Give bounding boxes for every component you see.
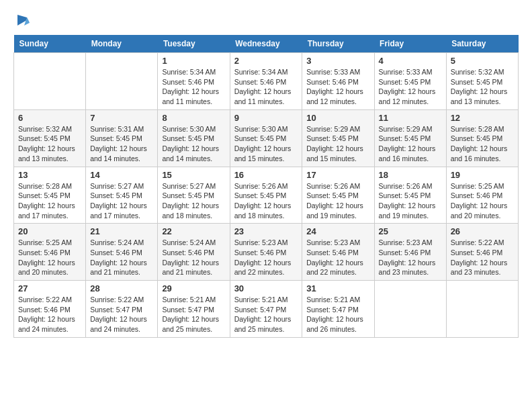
day-number: 20 bbox=[18, 226, 81, 236]
day-number: 27 bbox=[18, 283, 81, 293]
calendar-cell: 30Sunrise: 5:21 AM Sunset: 5:47 PM Dayli… bbox=[230, 281, 302, 338]
calendar-cell: 16Sunrise: 5:26 AM Sunset: 5:45 PM Dayli… bbox=[230, 167, 302, 224]
calendar-week-1: 1Sunrise: 5:34 AM Sunset: 5:46 PM Daylig… bbox=[14, 53, 519, 110]
calendar-cell: 19Sunrise: 5:25 AM Sunset: 5:46 PM Dayli… bbox=[446, 167, 518, 224]
calendar-cell bbox=[374, 281, 446, 338]
weekday-tuesday: Tuesday bbox=[158, 35, 230, 53]
day-info: Sunrise: 5:25 AM Sunset: 5:46 PM Dayligh… bbox=[18, 238, 81, 277]
day-number: 1 bbox=[162, 56, 225, 66]
day-info: Sunrise: 5:25 AM Sunset: 5:46 PM Dayligh… bbox=[451, 181, 514, 221]
day-info: Sunrise: 5:29 AM Sunset: 5:45 PM Dayligh… bbox=[379, 124, 442, 164]
day-number: 24 bbox=[306, 226, 369, 236]
weekday-header-row: SundayMondayTuesdayWednesdayThursdayFrid… bbox=[14, 35, 519, 53]
logo bbox=[13, 13, 30, 28]
day-info: Sunrise: 5:30 AM Sunset: 5:45 PM Dayligh… bbox=[162, 124, 225, 164]
calendar-cell: 22Sunrise: 5:24 AM Sunset: 5:46 PM Dayli… bbox=[158, 224, 230, 281]
day-number: 10 bbox=[306, 113, 369, 123]
day-info: Sunrise: 5:26 AM Sunset: 5:45 PM Dayligh… bbox=[379, 181, 442, 221]
day-number: 5 bbox=[451, 56, 514, 66]
calendar-cell: 25Sunrise: 5:23 AM Sunset: 5:46 PM Dayli… bbox=[374, 224, 446, 281]
calendar-cell: 5Sunrise: 5:32 AM Sunset: 5:45 PM Daylig… bbox=[446, 53, 518, 110]
calendar-week-5: 27Sunrise: 5:22 AM Sunset: 5:46 PM Dayli… bbox=[14, 281, 519, 338]
day-number: 17 bbox=[306, 170, 369, 180]
day-info: Sunrise: 5:27 AM Sunset: 5:45 PM Dayligh… bbox=[90, 181, 153, 221]
day-info: Sunrise: 5:32 AM Sunset: 5:45 PM Dayligh… bbox=[451, 67, 514, 107]
calendar-cell: 31Sunrise: 5:21 AM Sunset: 5:47 PM Dayli… bbox=[302, 281, 374, 338]
calendar-cell bbox=[14, 53, 86, 110]
calendar-cell: 12Sunrise: 5:28 AM Sunset: 5:45 PM Dayli… bbox=[446, 109, 518, 167]
day-number: 7 bbox=[90, 113, 153, 123]
calendar-cell: 29Sunrise: 5:21 AM Sunset: 5:47 PM Dayli… bbox=[158, 281, 230, 338]
calendar-cell: 6Sunrise: 5:32 AM Sunset: 5:45 PM Daylig… bbox=[14, 109, 86, 167]
calendar-cell: 17Sunrise: 5:26 AM Sunset: 5:45 PM Dayli… bbox=[302, 167, 374, 224]
day-info: Sunrise: 5:24 AM Sunset: 5:46 PM Dayligh… bbox=[162, 238, 225, 277]
day-number: 12 bbox=[451, 113, 514, 123]
day-number: 29 bbox=[162, 283, 225, 293]
day-info: Sunrise: 5:28 AM Sunset: 5:45 PM Dayligh… bbox=[18, 181, 81, 221]
day-number: 9 bbox=[234, 113, 298, 123]
calendar-week-3: 13Sunrise: 5:28 AM Sunset: 5:45 PM Dayli… bbox=[14, 167, 519, 224]
weekday-saturday: Saturday bbox=[446, 35, 518, 53]
calendar-cell: 26Sunrise: 5:22 AM Sunset: 5:46 PM Dayli… bbox=[446, 224, 518, 281]
day-number: 11 bbox=[379, 113, 442, 123]
calendar-cell: 10Sunrise: 5:29 AM Sunset: 5:45 PM Dayli… bbox=[302, 109, 374, 167]
page-header bbox=[13, 13, 519, 28]
day-number: 19 bbox=[451, 170, 514, 180]
weekday-sunday: Sunday bbox=[14, 35, 86, 53]
day-number: 16 bbox=[234, 170, 298, 180]
calendar-cell: 4Sunrise: 5:33 AM Sunset: 5:45 PM Daylig… bbox=[374, 53, 446, 110]
day-info: Sunrise: 5:26 AM Sunset: 5:45 PM Dayligh… bbox=[234, 181, 298, 221]
day-info: Sunrise: 5:34 AM Sunset: 5:46 PM Dayligh… bbox=[162, 67, 225, 107]
day-number: 26 bbox=[451, 226, 514, 236]
day-number: 21 bbox=[90, 226, 153, 236]
day-info: Sunrise: 5:22 AM Sunset: 5:46 PM Dayligh… bbox=[451, 238, 514, 277]
day-number: 2 bbox=[234, 56, 298, 66]
day-info: Sunrise: 5:26 AM Sunset: 5:45 PM Dayligh… bbox=[306, 181, 369, 221]
day-info: Sunrise: 5:24 AM Sunset: 5:46 PM Dayligh… bbox=[90, 238, 153, 277]
day-number: 3 bbox=[306, 56, 369, 66]
calendar-cell: 23Sunrise: 5:23 AM Sunset: 5:46 PM Dayli… bbox=[230, 224, 302, 281]
calendar-cell: 14Sunrise: 5:27 AM Sunset: 5:45 PM Dayli… bbox=[86, 167, 158, 224]
calendar-cell: 3Sunrise: 5:33 AM Sunset: 5:46 PM Daylig… bbox=[302, 53, 374, 110]
calendar-cell: 27Sunrise: 5:22 AM Sunset: 5:46 PM Dayli… bbox=[14, 281, 86, 338]
day-info: Sunrise: 5:28 AM Sunset: 5:45 PM Dayligh… bbox=[451, 124, 514, 164]
calendar-cell: 28Sunrise: 5:22 AM Sunset: 5:47 PM Dayli… bbox=[86, 281, 158, 338]
calendar-cell: 9Sunrise: 5:30 AM Sunset: 5:45 PM Daylig… bbox=[230, 109, 302, 167]
day-number: 6 bbox=[18, 113, 81, 123]
calendar-body: 1Sunrise: 5:34 AM Sunset: 5:46 PM Daylig… bbox=[14, 53, 519, 338]
day-info: Sunrise: 5:33 AM Sunset: 5:45 PM Dayligh… bbox=[379, 67, 442, 107]
day-number: 13 bbox=[18, 170, 81, 180]
logo-icon bbox=[15, 13, 30, 28]
weekday-friday: Friday bbox=[374, 35, 446, 53]
weekday-wednesday: Wednesday bbox=[230, 35, 302, 53]
day-info: Sunrise: 5:21 AM Sunset: 5:47 PM Dayligh… bbox=[162, 295, 225, 334]
calendar-cell bbox=[446, 281, 518, 338]
day-number: 8 bbox=[162, 113, 225, 123]
day-number: 22 bbox=[162, 226, 225, 236]
day-number: 14 bbox=[90, 170, 153, 180]
calendar-week-4: 20Sunrise: 5:25 AM Sunset: 5:46 PM Dayli… bbox=[14, 224, 519, 281]
day-info: Sunrise: 5:23 AM Sunset: 5:46 PM Dayligh… bbox=[234, 238, 298, 277]
day-number: 25 bbox=[379, 226, 442, 236]
day-number: 15 bbox=[162, 170, 225, 180]
calendar-cell: 24Sunrise: 5:23 AM Sunset: 5:46 PM Dayli… bbox=[302, 224, 374, 281]
calendar-cell: 13Sunrise: 5:28 AM Sunset: 5:45 PM Dayli… bbox=[14, 167, 86, 224]
day-info: Sunrise: 5:21 AM Sunset: 5:47 PM Dayligh… bbox=[306, 295, 369, 334]
calendar-cell: 15Sunrise: 5:27 AM Sunset: 5:45 PM Dayli… bbox=[158, 167, 230, 224]
calendar-cell: 2Sunrise: 5:34 AM Sunset: 5:46 PM Daylig… bbox=[230, 53, 302, 110]
day-number: 4 bbox=[379, 56, 442, 66]
calendar-cell: 8Sunrise: 5:30 AM Sunset: 5:45 PM Daylig… bbox=[158, 109, 230, 167]
day-info: Sunrise: 5:23 AM Sunset: 5:46 PM Dayligh… bbox=[306, 238, 369, 277]
day-number: 18 bbox=[379, 170, 442, 180]
day-info: Sunrise: 5:34 AM Sunset: 5:46 PM Dayligh… bbox=[234, 67, 298, 107]
day-info: Sunrise: 5:22 AM Sunset: 5:47 PM Dayligh… bbox=[90, 295, 153, 334]
weekday-monday: Monday bbox=[86, 35, 158, 53]
day-number: 30 bbox=[234, 283, 298, 293]
day-info: Sunrise: 5:32 AM Sunset: 5:45 PM Dayligh… bbox=[18, 124, 81, 164]
day-info: Sunrise: 5:27 AM Sunset: 5:45 PM Dayligh… bbox=[162, 181, 225, 221]
calendar-cell: 7Sunrise: 5:31 AM Sunset: 5:45 PM Daylig… bbox=[86, 109, 158, 167]
calendar-table: SundayMondayTuesdayWednesdayThursdayFrid… bbox=[13, 35, 519, 338]
calendar-cell: 20Sunrise: 5:25 AM Sunset: 5:46 PM Dayli… bbox=[14, 224, 86, 281]
day-info: Sunrise: 5:22 AM Sunset: 5:46 PM Dayligh… bbox=[18, 295, 81, 334]
day-number: 28 bbox=[90, 283, 153, 293]
